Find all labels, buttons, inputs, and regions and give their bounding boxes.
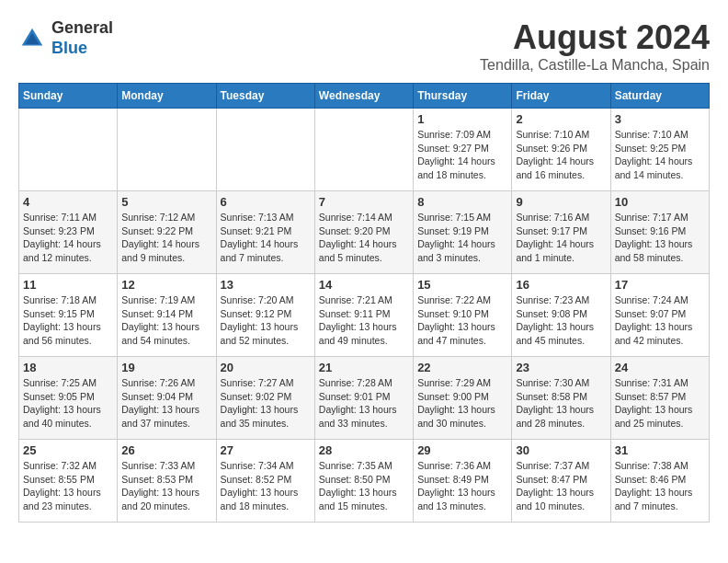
calendar-cell: 14Sunrise: 7:21 AMSunset: 9:11 PMDayligh… — [314, 274, 413, 357]
header-day-sunday: Sunday — [19, 84, 118, 109]
calendar-week-4: 18Sunrise: 7:25 AMSunset: 9:05 PMDayligh… — [19, 357, 710, 440]
calendar-cell: 31Sunrise: 7:38 AMSunset: 8:46 PMDayligh… — [610, 440, 709, 523]
calendar-cell: 4Sunrise: 7:11 AMSunset: 9:23 PMDaylight… — [19, 191, 118, 274]
day-number: 28 — [319, 443, 409, 457]
day-number: 25 — [23, 443, 113, 457]
day-info: Sunrise: 7:14 AMSunset: 9:20 PMDaylight:… — [319, 211, 409, 265]
day-number: 31 — [615, 443, 705, 457]
day-info: Sunrise: 7:20 AMSunset: 9:12 PMDaylight:… — [221, 293, 311, 348]
header-day-thursday: Thursday — [414, 84, 512, 109]
calendar-cell: 9Sunrise: 7:16 AMSunset: 9:17 PMDaylight… — [512, 191, 610, 274]
calendar-cell: 13Sunrise: 7:20 AMSunset: 9:12 PMDayligh… — [216, 274, 314, 357]
day-info: Sunrise: 7:28 AMSunset: 9:01 PMDaylight:… — [319, 376, 409, 431]
day-info: Sunrise: 7:15 AMSunset: 9:19 PMDaylight:… — [417, 211, 507, 265]
day-info: Sunrise: 7:18 AMSunset: 9:15 PMDaylight:… — [23, 293, 113, 348]
day-info: Sunrise: 7:32 AMSunset: 8:55 PMDaylight:… — [23, 459, 113, 513]
day-info: Sunrise: 7:31 AMSunset: 8:57 PMDaylight:… — [615, 376, 705, 431]
calendar-week-1: 1Sunrise: 7:09 AMSunset: 9:27 PMDaylight… — [19, 109, 710, 191]
calendar-cell: 3Sunrise: 7:10 AMSunset: 9:25 PMDaylight… — [610, 109, 709, 191]
day-number: 22 — [417, 361, 507, 374]
day-number: 23 — [516, 361, 606, 374]
calendar-week-2: 4Sunrise: 7:11 AMSunset: 9:23 PMDaylight… — [19, 191, 710, 274]
day-number: 7 — [319, 195, 409, 209]
day-number: 20 — [221, 361, 311, 374]
calendar-cell: 21Sunrise: 7:28 AMSunset: 9:01 PMDayligh… — [314, 357, 413, 440]
calendar-cell: 19Sunrise: 7:26 AMSunset: 9:04 PMDayligh… — [118, 357, 216, 440]
day-number: 24 — [615, 361, 705, 374]
calendar-cell: 29Sunrise: 7:36 AMSunset: 8:49 PMDayligh… — [414, 440, 512, 523]
calendar-cell: 17Sunrise: 7:24 AMSunset: 9:07 PMDayligh… — [610, 274, 709, 357]
header-day-monday: Monday — [118, 84, 216, 109]
day-info: Sunrise: 7:22 AMSunset: 9:10 PMDaylight:… — [417, 293, 507, 348]
calendar-cell: 30Sunrise: 7:37 AMSunset: 8:47 PMDayligh… — [512, 440, 610, 523]
calendar-cell: 6Sunrise: 7:13 AMSunset: 9:21 PMDaylight… — [216, 191, 314, 274]
day-info: Sunrise: 7:37 AMSunset: 8:47 PMDaylight:… — [516, 459, 606, 513]
calendar-cell: 12Sunrise: 7:19 AMSunset: 9:14 PMDayligh… — [118, 274, 216, 357]
calendar-week-5: 25Sunrise: 7:32 AMSunset: 8:55 PMDayligh… — [19, 440, 710, 523]
day-info: Sunrise: 7:34 AMSunset: 8:52 PMDaylight:… — [221, 459, 311, 513]
calendar-cell: 7Sunrise: 7:14 AMSunset: 9:20 PMDaylight… — [314, 191, 413, 274]
day-number: 18 — [23, 361, 113, 374]
header-day-wednesday: Wednesday — [314, 84, 413, 109]
day-info: Sunrise: 7:17 AMSunset: 9:16 PMDaylight:… — [615, 211, 705, 265]
calendar-cell: 1Sunrise: 7:09 AMSunset: 9:27 PMDaylight… — [414, 109, 512, 191]
day-number: 16 — [516, 278, 606, 292]
calendar-cell: 5Sunrise: 7:12 AMSunset: 9:22 PMDaylight… — [118, 191, 216, 274]
day-number: 17 — [615, 278, 705, 292]
day-number: 12 — [121, 278, 211, 292]
calendar-cell: 20Sunrise: 7:27 AMSunset: 9:02 PMDayligh… — [216, 357, 314, 440]
day-number: 11 — [23, 278, 113, 292]
day-info: Sunrise: 7:24 AMSunset: 9:07 PMDaylight:… — [615, 293, 705, 348]
logo-icon — [18, 25, 46, 52]
day-info: Sunrise: 7:13 AMSunset: 9:21 PMDaylight:… — [221, 211, 311, 265]
day-info: Sunrise: 7:33 AMSunset: 8:53 PMDaylight:… — [121, 459, 211, 513]
day-number: 2 — [516, 112, 606, 126]
calendar-cell: 22Sunrise: 7:29 AMSunset: 9:00 PMDayligh… — [414, 357, 512, 440]
day-number: 3 — [615, 112, 705, 126]
day-info: Sunrise: 7:29 AMSunset: 9:00 PMDaylight:… — [417, 376, 507, 431]
day-number: 1 — [417, 112, 507, 126]
day-info: Sunrise: 7:19 AMSunset: 9:14 PMDaylight:… — [121, 293, 211, 348]
day-number: 15 — [417, 278, 507, 292]
logo-general: General — [51, 18, 113, 37]
calendar-cell: 23Sunrise: 7:30 AMSunset: 8:58 PMDayligh… — [512, 357, 610, 440]
calendar-cell: 28Sunrise: 7:35 AMSunset: 8:50 PMDayligh… — [314, 440, 413, 523]
header-day-saturday: Saturday — [610, 84, 709, 109]
calendar-body: 1Sunrise: 7:09 AMSunset: 9:27 PMDaylight… — [19, 109, 710, 523]
day-info: Sunrise: 7:16 AMSunset: 9:17 PMDaylight:… — [516, 211, 606, 265]
calendar-cell: 10Sunrise: 7:17 AMSunset: 9:16 PMDayligh… — [610, 191, 709, 274]
calendar-cell: 16Sunrise: 7:23 AMSunset: 9:08 PMDayligh… — [512, 274, 610, 357]
day-info: Sunrise: 7:25 AMSunset: 9:05 PMDaylight:… — [23, 376, 113, 431]
calendar-cell: 27Sunrise: 7:34 AMSunset: 8:52 PMDayligh… — [216, 440, 314, 523]
day-number: 21 — [319, 361, 409, 374]
day-info: Sunrise: 7:09 AMSunset: 9:27 PMDaylight:… — [417, 128, 507, 182]
day-info: Sunrise: 7:21 AMSunset: 9:11 PMDaylight:… — [319, 293, 409, 348]
day-number: 29 — [417, 443, 507, 457]
title-section: August 2024 Tendilla, Castille-La Mancha… — [480, 18, 710, 74]
header-day-friday: Friday — [512, 84, 610, 109]
calendar-cell — [314, 109, 413, 191]
header-row: SundayMondayTuesdayWednesdayThursdayFrid… — [19, 84, 710, 109]
calendar-cell: 11Sunrise: 7:18 AMSunset: 9:15 PMDayligh… — [19, 274, 118, 357]
calendar-cell: 18Sunrise: 7:25 AMSunset: 9:05 PMDayligh… — [19, 357, 118, 440]
day-info: Sunrise: 7:30 AMSunset: 8:58 PMDaylight:… — [516, 376, 606, 431]
day-info: Sunrise: 7:10 AMSunset: 9:26 PMDaylight:… — [516, 128, 606, 182]
day-info: Sunrise: 7:38 AMSunset: 8:46 PMDaylight:… — [615, 459, 705, 513]
calendar-week-3: 11Sunrise: 7:18 AMSunset: 9:15 PMDayligh… — [19, 274, 710, 357]
day-info: Sunrise: 7:10 AMSunset: 9:25 PMDaylight:… — [615, 128, 705, 182]
day-number: 8 — [417, 195, 507, 209]
day-number: 10 — [615, 195, 705, 209]
day-number: 19 — [121, 361, 211, 374]
calendar-cell: 26Sunrise: 7:33 AMSunset: 8:53 PMDayligh… — [118, 440, 216, 523]
calendar-table: SundayMondayTuesdayWednesdayThursdayFrid… — [18, 83, 710, 523]
calendar-cell — [19, 109, 118, 191]
calendar-header: SundayMondayTuesdayWednesdayThursdayFrid… — [19, 84, 710, 109]
day-number: 5 — [121, 195, 211, 209]
calendar-cell — [216, 109, 314, 191]
calendar-cell: 8Sunrise: 7:15 AMSunset: 9:19 PMDaylight… — [414, 191, 512, 274]
month-year-title: August 2024 — [480, 18, 710, 57]
day-number: 26 — [121, 443, 211, 457]
logo: General Blue — [18, 18, 113, 58]
calendar-cell: 24Sunrise: 7:31 AMSunset: 8:57 PMDayligh… — [610, 357, 709, 440]
header: General Blue August 2024 Tendilla, Casti… — [18, 18, 710, 74]
